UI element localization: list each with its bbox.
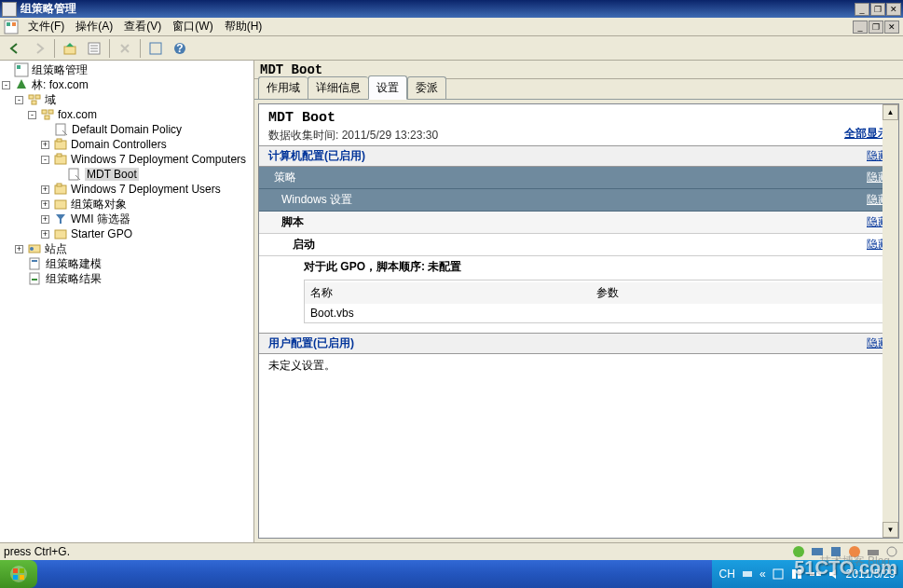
svg-rect-21 — [57, 139, 62, 142]
tray-icon[interactable] — [810, 544, 825, 559]
svg-rect-51 — [816, 572, 821, 576]
tab-delegation[interactable]: 委派 — [407, 76, 446, 99]
tray-icon[interactable] — [790, 567, 803, 581]
script-name: Boot.vbs — [310, 307, 596, 320]
tree-domain[interactable]: - fox.com — [0, 107, 253, 122]
maximize-button[interactable]: ❐ — [870, 3, 885, 16]
svg-rect-14 — [35, 95, 40, 99]
close-button[interactable]: ✕ — [886, 3, 901, 16]
collapse-toggle[interactable]: - — [2, 81, 10, 89]
back-button[interactable] — [4, 38, 26, 59]
tree-forest[interactable]: - 林: fox.com — [0, 77, 253, 92]
tree-modeling[interactable]: 组策略建模 — [0, 256, 253, 271]
folder-icon — [53, 197, 68, 212]
forest-icon — [14, 77, 29, 92]
minimize-button[interactable]: _ — [855, 3, 869, 16]
collapse-toggle[interactable]: - — [15, 96, 23, 104]
help-button[interactable]: ? — [169, 38, 191, 59]
volume-icon[interactable] — [828, 567, 841, 581]
section-windows-settings: Windows 设置 隐藏 — [259, 189, 898, 212]
tree-item-mdt-boot[interactable]: MDT Boot — [0, 167, 253, 182]
tree-item-gp-objects[interactable]: + 组策略对象 — [0, 197, 253, 212]
menu-bar: 文件(F) 操作(A) 查看(V) 窗口(W) 帮助(H) _ ❐ ✕ — [0, 18, 903, 36]
network-icon[interactable] — [809, 567, 822, 581]
system-tray: CH « 2011/5/29 — [712, 560, 903, 588]
tree-results[interactable]: 组策略结果 — [0, 271, 253, 286]
menu-window[interactable]: 窗口(W) — [167, 17, 218, 36]
tree-item-starter-gpo[interactable]: + Starter GPO — [0, 226, 253, 241]
scroll-down-button[interactable]: ▼ — [882, 522, 898, 538]
ou-icon — [53, 152, 68, 167]
svg-rect-44 — [13, 575, 18, 580]
tray-icon[interactable] — [772, 567, 785, 581]
svg-point-30 — [30, 247, 34, 251]
tray-icon[interactable] — [828, 544, 843, 559]
menu-view[interactable]: 查看(V) — [118, 17, 167, 36]
tree-sites[interactable]: + 站点 — [0, 241, 253, 256]
tray-icon[interactable] — [741, 567, 754, 581]
mdi-minimize-button[interactable]: _ — [853, 21, 868, 34]
lang-indicator[interactable]: CH — [719, 567, 735, 581]
tray-icon[interactable] — [884, 544, 899, 559]
svg-rect-16 — [42, 110, 47, 114]
expand-toggle[interactable]: + — [41, 215, 49, 224]
svg-rect-18 — [45, 116, 49, 119]
tab-details[interactable]: 详细信息 — [308, 76, 368, 99]
expand-toggle[interactable]: + — [41, 200, 49, 209]
tree-root[interactable]: 组策略管理 — [0, 62, 253, 77]
tray-icon[interactable] — [791, 544, 806, 559]
ou-icon — [53, 137, 68, 152]
table-header: 名称 参数 — [305, 282, 888, 304]
expand-toggle[interactable]: + — [41, 141, 49, 149]
svg-rect-24 — [69, 169, 78, 180]
tree-item-domain-controllers[interactable]: + Domain Controllers — [0, 137, 253, 152]
svg-rect-34 — [32, 279, 37, 280]
tree-item-wmi[interactable]: + WMI 筛选器 — [0, 212, 253, 226]
section-user-config: 用户配置(已启用) 隐藏 — [259, 333, 898, 354]
script-params — [596, 307, 882, 320]
scroll-up-button[interactable]: ▲ — [882, 104, 898, 120]
section-policies: 策略 隐藏 — [259, 167, 898, 189]
tree-item-default-policy[interactable]: Default Domain Policy — [0, 122, 253, 137]
section-computer-config: 计算机配置(已启用) 隐藏 — [259, 145, 898, 167]
up-button[interactable] — [59, 38, 81, 59]
gpo-link-icon — [54, 122, 69, 137]
sites-icon — [27, 241, 42, 256]
collapse-toggle[interactable]: - — [41, 156, 49, 164]
tray-expand-icon[interactable]: « — [759, 567, 766, 581]
tree-domains[interactable]: - 域 — [0, 92, 253, 107]
svg-rect-50 — [810, 572, 814, 576]
expand-toggle[interactable]: + — [41, 230, 49, 239]
tree-item-win7-users[interactable]: + Windows 7 Deployment Users — [0, 182, 253, 197]
refresh-button[interactable] — [144, 38, 167, 59]
svg-rect-32 — [32, 260, 37, 262]
tray-icon[interactable] — [866, 544, 881, 559]
tab-settings[interactable]: 设置 — [368, 75, 407, 100]
tray-icon[interactable] — [847, 544, 862, 559]
filter-icon — [53, 212, 68, 226]
expand-toggle[interactable]: + — [15, 245, 23, 253]
mdi-restore-button[interactable]: ❐ — [869, 21, 883, 34]
tree-item-win7-computers[interactable]: - Windows 7 Deployment Computers — [0, 152, 253, 167]
svg-point-35 — [793, 546, 804, 557]
properties-button[interactable] — [83, 38, 105, 59]
expand-toggle[interactable]: + — [41, 185, 49, 194]
gpmc-icon — [14, 62, 29, 77]
menu-help[interactable]: 帮助(H) — [219, 17, 268, 36]
menu-action[interactable]: 操作(A) — [70, 17, 118, 36]
scrollbar[interactable]: ▲ ▼ — [882, 104, 898, 538]
modeling-icon — [28, 256, 43, 271]
clock-date[interactable]: 2011/5/29 — [846, 567, 896, 581]
svg-rect-39 — [868, 550, 879, 555]
mdi-close-button[interactable]: ✕ — [884, 21, 899, 34]
start-button[interactable] — [0, 560, 37, 588]
gpo-title: MDT Boot — [268, 110, 438, 126]
tree-view[interactable]: 组策略管理 - 林: fox.com - 域 - fox.com Default… — [0, 61, 254, 542]
results-icon — [28, 271, 43, 286]
collapse-toggle[interactable]: - — [28, 111, 36, 119]
svg-rect-13 — [29, 95, 34, 99]
svg-rect-17 — [48, 110, 53, 114]
menu-file[interactable]: 文件(F) — [22, 17, 70, 36]
tab-scope[interactable]: 作用域 — [258, 76, 308, 99]
tab-bar: 作用域 详细信息 设置 委派 — [254, 79, 903, 100]
